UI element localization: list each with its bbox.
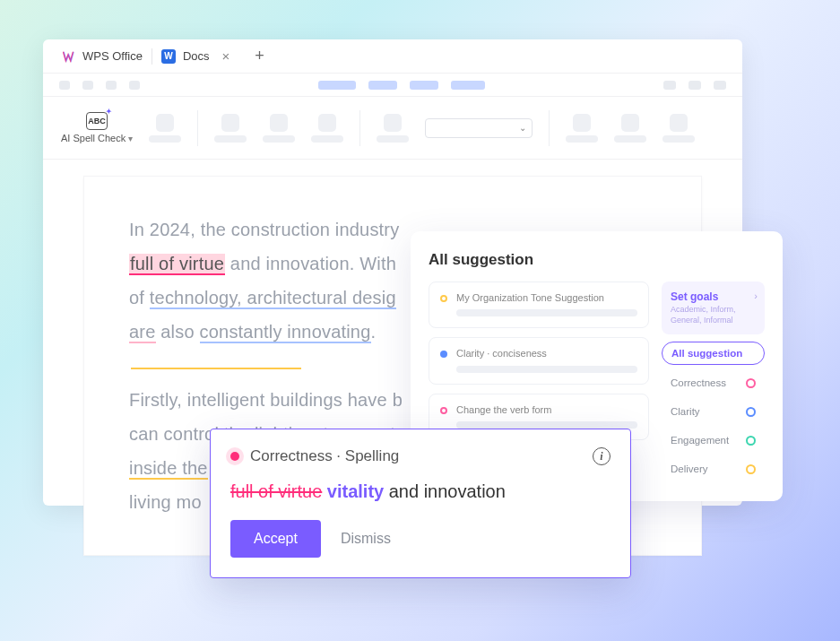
flagged-text[interactable]: [131, 368, 301, 369]
app-tab-label: WPS Office: [82, 49, 143, 63]
filter-label: Clarity: [671, 406, 700, 417]
flagged-text[interactable]: constantly innovating: [200, 322, 371, 343]
toolbar-divider: [549, 110, 550, 146]
flagged-text[interactable]: inside the: [129, 458, 208, 480]
tool-placeholder: [614, 114, 646, 143]
suggestion-card-label: Clarity · conciseness: [456, 347, 637, 359]
filter-label: Delivery: [671, 463, 708, 474]
tool-placeholder: [214, 114, 247, 143]
new-tab-button[interactable]: +: [255, 47, 264, 65]
suggestion-card[interactable]: My Organization Tone Suggestion: [429, 282, 649, 328]
goals-subtitle: Academic, Inform, General, Informal: [671, 305, 756, 325]
tab-bar: WPS Office W Docs × +: [43, 39, 742, 74]
chevron-down-icon: ▾: [128, 134, 133, 143]
category-dot-icon: [440, 407, 447, 414]
toolbar-divider: [359, 110, 360, 146]
menu-placeholder: [318, 81, 356, 90]
filter-label: Correctness: [671, 377, 726, 388]
toolbar-dropdown[interactable]: ⌄: [425, 118, 533, 138]
ring-icon: [746, 436, 756, 446]
doc-tab-label: Docs: [183, 49, 210, 63]
placeholder-bar: [456, 366, 637, 373]
suggestion-card-label: Change the verb form: [456, 403, 637, 416]
doc-tab[interactable]: W Docs ×: [152, 39, 246, 73]
ribbon-toolbar: ABC AI Spell Check▾ ⌄: [43, 97, 742, 160]
menu-placeholder: [451, 81, 485, 90]
filter-label: Engagement: [671, 435, 729, 446]
filter-clarity[interactable]: Clarity: [662, 401, 765, 422]
menu-placeholder: [82, 81, 93, 90]
ring-icon: [746, 464, 756, 474]
filter-engagement[interactable]: Engagement: [662, 429, 765, 451]
tool-placeholder: [566, 114, 598, 143]
tool-placeholder: [662, 114, 695, 143]
flagged-text[interactable]: technology, architectural desig: [150, 288, 396, 309]
menu-placeholder: [688, 81, 701, 90]
placeholder-bar: [456, 421, 637, 429]
correction-tail: and innovation: [384, 481, 506, 501]
app-tab-wps[interactable]: WPS Office: [52, 39, 152, 73]
spellcheck-label: AI Spell Check: [61, 133, 126, 143]
spellcheck-icon: ABC: [86, 112, 108, 130]
tool-placeholder: [377, 114, 409, 143]
category-dot-icon: [440, 351, 447, 358]
dismiss-button[interactable]: Dismiss: [341, 531, 391, 547]
ring-icon: [746, 407, 756, 417]
tool-placeholder: [311, 114, 343, 143]
correction-popup: Correctness · Spelling i full of virtue …: [210, 429, 631, 578]
menu-placeholder: [59, 81, 70, 90]
suggestion-card-label: My Organization Tone Suggestion: [456, 291, 637, 304]
menu-bar: [43, 74, 742, 97]
set-goals-card[interactable]: Set goals Academic, Inform, General, Inf…: [662, 282, 765, 334]
menu-placeholder: [410, 81, 438, 90]
wps-logo-icon: [61, 49, 75, 64]
category-dot-icon: [230, 452, 239, 461]
goals-title: Set goals: [671, 290, 756, 303]
chevron-down-icon: ⌄: [519, 123, 526, 133]
accept-button[interactable]: Accept: [230, 520, 321, 558]
tool-placeholder: [263, 114, 295, 143]
filter-delivery[interactable]: Delivery: [662, 458, 765, 480]
chevron-right-icon: ›: [754, 290, 758, 301]
docs-app-icon: W: [161, 49, 176, 64]
ring-icon: [746, 378, 756, 388]
correction-text: full of virtue vitality and innovation: [230, 481, 611, 502]
filter-label: All suggestion: [671, 348, 742, 359]
menu-placeholder: [368, 81, 397, 90]
correction-category: Correctness · Spelling: [250, 447, 399, 465]
info-icon[interactable]: i: [593, 447, 611, 465]
strikethrough-text: full of virtue: [230, 481, 322, 501]
menu-placeholder: [663, 81, 676, 90]
close-tab-icon[interactable]: ×: [222, 48, 230, 64]
suggestion-card[interactable]: Clarity · conciseness: [429, 337, 649, 384]
toolbar-divider: [197, 110, 198, 146]
menu-placeholder: [106, 81, 117, 90]
flagged-text[interactable]: full of virtue: [129, 254, 225, 275]
filter-correctness[interactable]: Correctness: [662, 372, 765, 394]
tool-placeholder: [149, 114, 181, 143]
menu-placeholder: [129, 81, 140, 90]
ai-spell-check-button[interactable]: ABC AI Spell Check▾: [61, 112, 133, 143]
suggestions-title: All suggestion: [429, 251, 765, 269]
filter-all-suggestion[interactable]: All suggestion: [662, 342, 765, 365]
flagged-text[interactable]: are: [129, 322, 156, 343]
menu-placeholder: [714, 81, 726, 90]
replacement-text: vitality: [327, 481, 384, 501]
category-dot-icon: [440, 295, 447, 302]
placeholder-bar: [456, 309, 637, 316]
